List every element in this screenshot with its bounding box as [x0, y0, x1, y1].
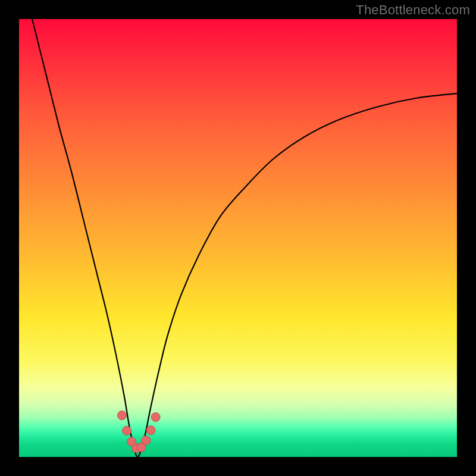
marker-dot	[117, 411, 126, 420]
marker-dot	[123, 426, 131, 435]
chart-svg	[19, 19, 457, 457]
attribution-text: TheBottleneck.com	[356, 2, 470, 18]
outer-frame: TheBottleneck.com	[0, 0, 476, 476]
marker-dot	[142, 436, 151, 445]
bottleneck-curve	[32, 19, 460, 457]
chart-plot-area	[19, 19, 457, 457]
marker-dot	[146, 426, 155, 435]
marker-dot	[151, 413, 160, 422]
optimal-region-markers	[117, 411, 160, 453]
